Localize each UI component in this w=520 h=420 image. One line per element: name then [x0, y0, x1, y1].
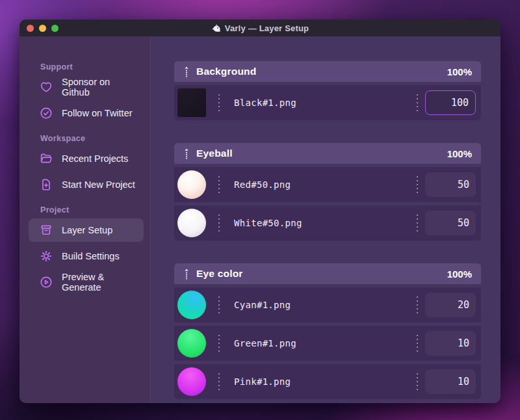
sidebar-item-label: Start New Project — [62, 179, 135, 190]
drag-handle-icon[interactable] — [183, 148, 190, 159]
layer-row: Green#1.png — [174, 326, 481, 361]
layer-weight-input[interactable] — [425, 293, 476, 317]
sidebar-item-label: Preview & Generate — [62, 272, 137, 293]
divider-dotted — [417, 335, 418, 352]
layer-row: Black#1.png — [174, 85, 481, 120]
sidebar-item-follow-twitter[interactable]: Follow on Twitter — [29, 101, 144, 125]
layer-group-eye-color: Eye color 100% Cyan#1.png Green#1.png — [174, 263, 481, 399]
gear-icon — [39, 249, 53, 263]
section-label-workspace: Workspace — [40, 134, 150, 143]
titlebar: Varly — Layer Setup — [20, 20, 500, 36]
layer-thumbnail — [177, 291, 206, 319]
layer-thumbnail — [177, 367, 206, 396]
sidebar-item-start-new-project[interactable]: Start New Project — [29, 173, 144, 196]
sidebar-item-preview-generate[interactable]: Preview & Generate — [29, 270, 144, 294]
layer-file-name: Red#50.png — [234, 179, 291, 190]
window-title-text: Varly — Layer Setup — [225, 23, 309, 33]
layer-file-name: Cyan#1.png — [234, 300, 291, 310]
layer-row: White#50.png — [174, 205, 481, 241]
divider-dotted — [218, 176, 220, 193]
divider-dotted — [218, 215, 220, 231]
layer-row: Pink#1.png — [174, 364, 481, 399]
archive-box-icon — [39, 223, 53, 237]
heart-icon — [39, 80, 53, 94]
layer-weight-input[interactable] — [425, 211, 476, 235]
layer-weight-input[interactable] — [425, 90, 476, 115]
unicorn-icon — [211, 23, 221, 33]
divider-dotted — [417, 373, 418, 390]
group-name: Eyeball — [196, 148, 233, 159]
layer-thumbnail — [177, 88, 206, 117]
group-weight: 100% — [447, 66, 472, 77]
layer-group-eyeball: Eyeball 100% Red#50.png White#50.png — [174, 143, 481, 241]
drag-handle-icon[interactable] — [183, 268, 190, 280]
sidebar-item-label: Follow on Twitter — [62, 108, 133, 118]
window-title: Varly — Layer Setup — [20, 23, 500, 33]
section-label-support: Support — [40, 62, 150, 72]
group-name: Eye color — [196, 268, 243, 280]
layer-file-name: Black#1.png — [234, 98, 296, 108]
layer-file-name: White#50.png — [234, 218, 302, 228]
layer-thumbnail — [177, 209, 206, 237]
layer-weight-input[interactable] — [425, 331, 476, 356]
divider-dotted — [417, 94, 418, 111]
divider-dotted — [218, 373, 220, 390]
group-weight: 100% — [447, 269, 472, 280]
sidebar: Support Sponsor on Github Follow on Twit… — [20, 36, 151, 403]
divider-dotted — [417, 176, 418, 193]
layer-weight-input[interactable] — [425, 172, 476, 197]
divider-dotted — [417, 215, 418, 231]
folder-icon — [39, 151, 53, 166]
divider-dotted — [417, 296, 418, 313]
play-circle-icon — [39, 275, 53, 289]
group-name: Background — [196, 66, 256, 77]
sidebar-item-layer-setup[interactable]: Layer Setup — [29, 218, 144, 242]
group-header: Eyeball 100% — [174, 143, 481, 164]
group-weight: 100% — [447, 148, 472, 159]
layer-row: Red#50.png — [174, 167, 481, 202]
sidebar-item-label: Layer Setup — [62, 225, 112, 235]
layer-row: Cyan#1.png — [174, 287, 481, 322]
group-header: Eye color 100% — [174, 263, 481, 284]
sidebar-item-sponsor-github[interactable]: Sponsor on Github — [29, 75, 144, 99]
layer-thumbnail — [177, 170, 206, 199]
sidebar-item-build-settings[interactable]: Build Settings — [29, 244, 144, 268]
sidebar-item-label: Sponsor on Github — [62, 77, 137, 98]
layer-setup-panel: Background 100% Black#1.png Eyeball — [151, 36, 500, 403]
layer-file-name: Green#1.png — [234, 338, 296, 348]
sidebar-item-label: Recent Projects — [62, 153, 128, 164]
layer-group-background: Background 100% Black#1.png — [174, 61, 481, 120]
group-header: Background 100% — [174, 61, 481, 82]
divider-dotted — [218, 94, 220, 111]
app-window: Varly — Layer Setup Support Sponsor on G… — [20, 20, 500, 403]
layer-thumbnail — [177, 329, 206, 358]
layer-file-name: Pink#1.png — [234, 376, 291, 387]
section-label-project: Project — [40, 205, 150, 215]
divider-dotted — [218, 296, 220, 313]
drag-handle-icon[interactable] — [183, 66, 190, 77]
sidebar-item-label: Build Settings — [62, 251, 120, 261]
divider-dotted — [218, 335, 220, 352]
layer-weight-input[interactable] — [425, 369, 476, 394]
document-plus-icon — [39, 177, 53, 192]
sidebar-item-recent-projects[interactable]: Recent Projects — [29, 147, 144, 170]
check-circle-icon — [39, 106, 53, 120]
